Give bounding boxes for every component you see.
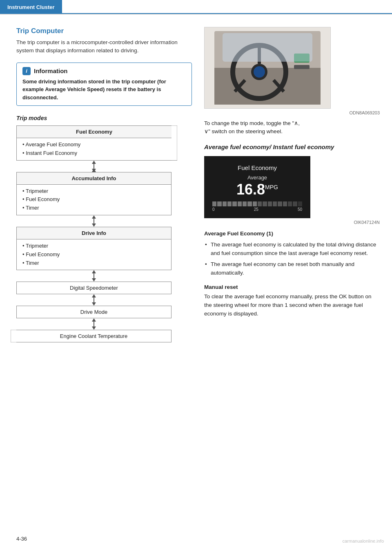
flow-group-drive-info: Drive Info Tripmeter Fuel Economy Timer xyxy=(16,227,172,270)
arrow-4 xyxy=(16,294,172,306)
header-title: Instrument Cluster xyxy=(7,4,55,10)
right-column: ODN8A069203 To change the trip mode, tog… xyxy=(204,27,380,342)
main-content: Trip Computer The trip computer is a mic… xyxy=(0,15,392,355)
svg-marker-18 xyxy=(92,326,96,330)
list-item: Tripmeter xyxy=(22,242,165,250)
fuel-display-label: Average xyxy=(212,174,302,181)
fuel-bar-labels: 0 25 50 xyxy=(212,207,302,212)
info-box: i Information Some driving information s… xyxy=(16,63,192,106)
svg-marker-3 xyxy=(92,161,96,164)
fuel-bar xyxy=(212,201,302,206)
fuel-display-title: Fuel Economy xyxy=(212,164,302,171)
car-image xyxy=(204,27,331,109)
left-column: Trip Computer The trip computer is a mic… xyxy=(16,27,192,342)
flow-group-fuel-economy-body: Average Fuel Economy Instant Fuel Econom… xyxy=(17,138,172,160)
fuel-seg xyxy=(288,201,292,206)
intro-text: The trip computer is a microcomputer-con… xyxy=(16,38,192,55)
fuel-bar-label-50: 50 xyxy=(298,207,302,212)
flow-box-drive-mode: Drive Mode xyxy=(16,306,172,318)
list-item: Timer xyxy=(22,204,165,212)
fuel-seg xyxy=(212,201,216,206)
arrow-1 xyxy=(16,161,172,172)
manual-reset-heading: Manual reset xyxy=(204,284,380,290)
svg-rect-17 xyxy=(94,322,94,326)
bullet-item-2: The average fuel economy can be reset bo… xyxy=(204,260,380,277)
svg-marker-13 xyxy=(92,294,96,297)
svg-marker-15 xyxy=(92,302,96,306)
info-box-header: i Information xyxy=(22,67,186,75)
flow-group-drive-info-body: Tripmeter Fuel Economy Timer xyxy=(17,239,171,270)
list-item: Fuel Economy xyxy=(22,195,165,204)
flow-group-fuel-economy: Fuel Economy Average Fuel Economy Instan… xyxy=(16,125,172,161)
list-item: Tripmeter xyxy=(22,187,165,196)
section-title: Trip Computer xyxy=(16,27,192,35)
fuel-seg xyxy=(223,201,227,206)
fuel-seg xyxy=(258,201,262,206)
fuel-seg xyxy=(283,201,287,206)
fuel-seg xyxy=(227,201,232,206)
watermark: carmanualonline.info xyxy=(342,539,384,543)
header-bar: Instrument Cluster xyxy=(0,0,392,15)
svg-rect-14 xyxy=(94,297,94,302)
fuel-seg xyxy=(293,201,297,206)
list-item: Average Fuel Economy xyxy=(22,141,166,149)
fuel-seg xyxy=(217,201,221,206)
avg-fuel-subtitle: Average fuel economy/ Instant fuel econo… xyxy=(204,143,380,150)
list-item: Timer xyxy=(22,259,165,268)
flow-group-fuel-economy-header: Fuel Economy xyxy=(17,126,172,138)
manual-reset-text: To clear the average fuel economy manual… xyxy=(204,293,380,318)
fuel-seg xyxy=(263,201,267,206)
fuel-seg xyxy=(268,201,272,206)
avg-fuel-title: Average Fuel Economy (1) xyxy=(204,230,380,237)
fuel-bar-container: 0 25 50 xyxy=(212,201,302,212)
svg-rect-11 xyxy=(94,273,94,278)
flow-box-engine-coolant: Engine Coolant Temperature xyxy=(16,330,172,342)
svg-marker-7 xyxy=(92,215,96,219)
fuel-seg xyxy=(243,201,247,206)
svg-marker-9 xyxy=(92,224,96,227)
header-title-section: Instrument Cluster xyxy=(0,0,62,14)
info-box-body: Some driving information stored in the t… xyxy=(22,78,186,102)
fuel-seg xyxy=(247,201,252,206)
svg-marker-12 xyxy=(92,278,96,282)
list-item: Fuel Economy xyxy=(22,250,165,259)
car-image-caption: ODN8A069203 xyxy=(204,110,380,115)
trip-modes-title: Trip modes xyxy=(16,115,192,121)
fuel-unit: MPG xyxy=(265,184,278,190)
info-box-title: Information xyxy=(34,67,68,74)
fuel-bar-label-25: 25 xyxy=(254,207,258,212)
fuel-image-caption: OIK047124N xyxy=(204,220,380,225)
arrow-2 xyxy=(16,215,172,227)
page-number: 4-36 xyxy=(16,536,27,542)
fuel-seg xyxy=(238,201,242,206)
flow-group-accumulated-header: Accumulated Info xyxy=(17,172,171,185)
arrow-5 xyxy=(16,318,172,330)
svg-point-29 xyxy=(254,66,265,78)
arrow-3 xyxy=(16,270,172,282)
flow-group-accumulated-body: Tripmeter Fuel Economy Timer xyxy=(17,185,171,215)
fuel-economy-display: Fuel Economy Average 16.8MPG xyxy=(204,156,310,219)
fuel-seg xyxy=(298,201,302,206)
svg-rect-4 xyxy=(94,164,94,169)
toggle-text: To change the trip mode, toggle the "∧, … xyxy=(204,119,380,136)
svg-marker-10 xyxy=(92,270,96,273)
fuel-display-value: 16.8MPG xyxy=(212,181,302,198)
fuel-seg xyxy=(232,201,236,206)
info-icon: i xyxy=(22,67,31,75)
flow-group-drive-info-header: Drive Info xyxy=(17,227,171,239)
list-item: Instant Fuel Economy xyxy=(22,149,166,158)
bullet-item-1: The average fuel economy is calculated b… xyxy=(204,241,380,258)
bullet-list: The average fuel economy is calculated b… xyxy=(204,241,380,277)
svg-rect-8 xyxy=(94,219,94,224)
fuel-seg xyxy=(253,201,257,206)
svg-rect-32 xyxy=(223,33,312,62)
fuel-seg xyxy=(278,201,282,206)
fuel-seg xyxy=(273,201,277,206)
flow-chart: Fuel Economy Average Fuel Economy Instan… xyxy=(16,125,172,342)
flow-box-digital-speedometer: Digital Speedometer xyxy=(16,282,172,294)
svg-marker-16 xyxy=(92,318,96,322)
svg-rect-31 xyxy=(294,65,310,69)
fuel-bar-label-0: 0 xyxy=(212,207,215,212)
flow-group-accumulated-info: Accumulated Info Tripmeter Fuel Economy … xyxy=(16,172,172,215)
